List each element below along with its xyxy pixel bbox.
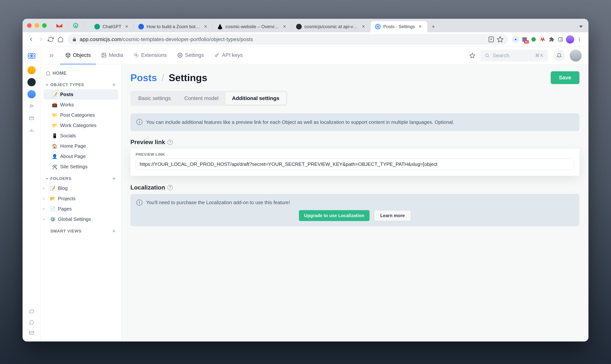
localization-panel: i You'll need to purchase the Localizati… (130, 194, 579, 226)
nav-settings[interactable]: Settings (172, 47, 209, 64)
workspace-2[interactable] (28, 78, 36, 86)
nav-api-keys[interactable]: API keys (209, 47, 248, 64)
workspace-1[interactable] (28, 66, 36, 74)
favorite-button[interactable] (468, 52, 476, 60)
main-content: Posts / Settings Save Basic settings Con… (121, 65, 588, 341)
sidebar-item-socials[interactable]: 📱Socials (43, 130, 118, 141)
close-icon[interactable]: ✕ (417, 24, 423, 29)
folder-label: Projects (58, 196, 76, 202)
svg-point-16 (103, 54, 104, 55)
key-icon (214, 52, 220, 58)
sidebar-item-posts[interactable]: 📝Posts (43, 89, 118, 100)
tab-cosmic-website[interactable]: cosmic-website – Overview - V ✕ (213, 21, 292, 32)
shortcut-key: K (540, 53, 543, 58)
close-icon[interactable]: ✕ (282, 24, 287, 29)
new-tab-button[interactable]: + (429, 22, 438, 31)
nav-objects[interactable]: Objects (60, 47, 96, 64)
home-button[interactable] (56, 35, 65, 44)
folder-projects[interactable]: 📂Projects (43, 194, 118, 204)
sidebar-item-about-page[interactable]: 👤About Page (43, 151, 118, 162)
folder-blog[interactable]: 📝Blog (43, 183, 118, 194)
info-icon: i (136, 119, 142, 125)
notifications-button[interactable] (553, 50, 565, 62)
ext-calendar[interactable]: 31 (521, 36, 528, 43)
search-box[interactable]: Search ⌘ K (480, 50, 548, 62)
svg-point-5 (579, 37, 580, 38)
traffic-lights (26, 23, 53, 28)
pinned-tab-superhuman[interactable] (73, 23, 78, 28)
billing-icon[interactable] (28, 114, 36, 122)
window-maximize[interactable] (42, 23, 47, 28)
nav-extensions[interactable]: Extensions (128, 47, 172, 64)
section-header[interactable]: OBJECT TYPES + (43, 80, 118, 89)
nav-media[interactable]: Media (96, 47, 128, 64)
tab-github[interactable]: cosmicjs/cosmic at api-v3-stag ✕ (292, 21, 371, 32)
sidebar-home[interactable]: HOME (43, 68, 118, 78)
add-folder[interactable]: + (111, 176, 117, 181)
bookmark-icon[interactable] (497, 36, 503, 43)
app-body: HOME OBJECT TYPES + 📝Posts 💼Works 📁Post … (41, 65, 588, 341)
team-icon[interactable] (28, 102, 36, 110)
tab-title: cosmic-website – Overview - V (225, 24, 279, 29)
user-avatar[interactable] (570, 50, 582, 62)
ext-grammarly[interactable] (530, 36, 537, 43)
section-header[interactable]: FOLDERS + (43, 174, 118, 183)
analytics-icon[interactable] (28, 126, 36, 134)
tab-title: cosmicjs/cosmic at api-v3-stag (304, 24, 358, 29)
breadcrumb-root[interactable]: Posts (130, 72, 157, 83)
tab-overflow-button[interactable] (576, 22, 585, 31)
sidebar-item-label: Socials (60, 133, 76, 139)
tab-separator (68, 21, 68, 28)
window-close[interactable] (27, 23, 32, 28)
browser-menu[interactable] (576, 36, 583, 43)
tab-content-model[interactable]: Content model (178, 92, 225, 105)
back-button[interactable] (26, 35, 36, 44)
sidebar-item-post-categories[interactable]: 📁Post Categories (43, 110, 118, 120)
mail-icon[interactable] (29, 330, 34, 336)
tab-basic-settings[interactable]: Basic settings (132, 92, 178, 105)
folder-global-settings[interactable]: ⚙️Global Settings (43, 214, 118, 224)
docs-icon[interactable] (29, 309, 34, 315)
calendar-badge: 31 (524, 40, 529, 43)
chevron-down-icon (579, 26, 583, 28)
tab-chatgpt[interactable]: ChatGPT ✕ (90, 21, 134, 32)
tab-posts-settings[interactable]: Posts - Settings ✕ (371, 21, 427, 32)
tab-additional-settings[interactable]: Additional settings (225, 92, 286, 105)
tab-zoom-bot[interactable]: How to build a Zoom bot: A gu ✕ (134, 21, 213, 32)
add-object-type[interactable]: + (111, 82, 117, 87)
workspace-3[interactable] (28, 90, 36, 98)
ext-1password[interactable]: ● (512, 36, 519, 43)
add-smart-view[interactable]: + (111, 229, 117, 234)
sidebar-item-works[interactable]: 💼Works (43, 100, 118, 110)
close-icon[interactable]: ✕ (203, 24, 208, 29)
sidebar-item-site-settings[interactable]: 🛠️Site Settings (43, 162, 118, 172)
sidebar-toggle[interactable] (47, 52, 56, 60)
nav-label: Media (109, 52, 123, 58)
address-bar[interactable]: app.cosmicjs.com/cosmic-templates-develo… (68, 34, 508, 45)
reload-button[interactable] (46, 35, 56, 44)
help-icon[interactable]: ? (167, 140, 173, 145)
preview-link-input[interactable] (136, 158, 574, 170)
forward-button[interactable] (36, 35, 46, 44)
chat-icon[interactable] (29, 320, 34, 326)
window-minimize[interactable] (35, 23, 39, 28)
breadcrumb: Posts / Settings (130, 72, 207, 83)
learn-more-button[interactable]: Learn more (374, 210, 411, 221)
pinned-tab-gmail[interactable] (56, 23, 62, 28)
section-header[interactable]: SMART VIEWS + (43, 227, 118, 236)
extensions-menu[interactable] (548, 36, 555, 43)
profile-avatar[interactable] (566, 35, 574, 43)
help-icon[interactable]: ? (167, 185, 173, 190)
install-app-icon[interactable] (488, 36, 495, 43)
upgrade-button[interactable]: Upgrade to use Localization (299, 210, 370, 221)
sidebar-item-home-page[interactable]: 🏠Home Page (43, 141, 118, 151)
close-icon[interactable]: ✕ (361, 24, 366, 29)
folder-pages[interactable]: 📄Pages (43, 204, 118, 214)
close-icon[interactable]: ✕ (124, 24, 129, 29)
side-panel-icon[interactable] (557, 36, 564, 43)
save-button[interactable]: Save (551, 71, 579, 84)
cosmic-logo[interactable] (27, 51, 36, 61)
sidebar-item-work-categories[interactable]: 📁Work Categories (43, 120, 118, 130)
app-content: Objects Media Extensions Settings (41, 47, 588, 341)
ext-mendeley[interactable] (539, 36, 546, 43)
